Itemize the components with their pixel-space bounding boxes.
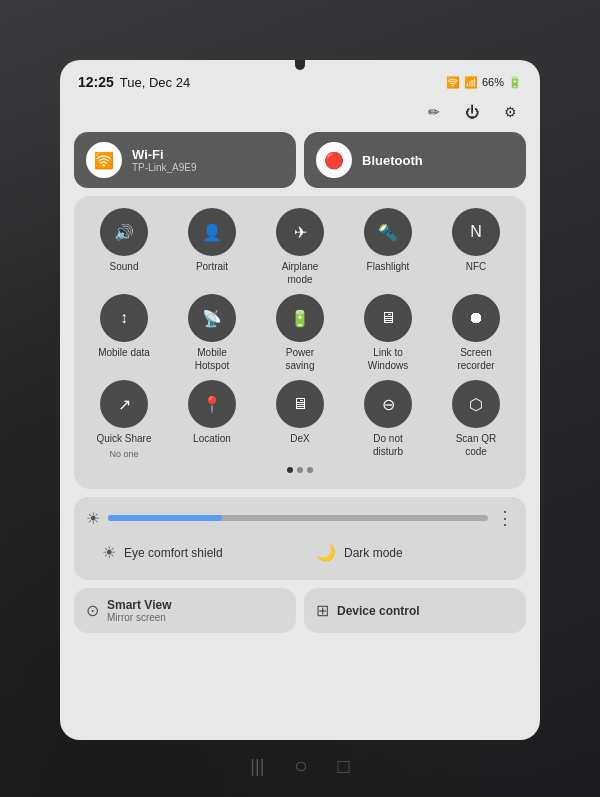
quick-tile-4[interactable]: NNFC	[434, 208, 518, 286]
status-date: Tue, Dec 24	[120, 75, 190, 90]
quick-tile-6[interactable]: 📡Mobile Hotspot	[170, 294, 254, 372]
phone-screen: 12:25 Tue, Dec 24 🛜 📶 66% 🔋 ✏ ⏻ ⚙ 🛜 Wi-F…	[60, 60, 540, 740]
smart-view-icon: ⊙	[86, 601, 99, 620]
bluetooth-text: Bluetooth	[362, 153, 423, 168]
tile-icon-9: ⏺	[452, 294, 500, 342]
dark-mode-icon: 🌙	[316, 543, 336, 562]
smart-view-subtitle: Mirror screen	[107, 612, 171, 623]
device-control-text: Device control	[337, 604, 420, 618]
eye-comfort-tile[interactable]: ☀ Eye comfort shield	[90, 535, 296, 570]
brightness-row: ☀ ⋮	[86, 507, 514, 529]
wifi-subtitle: TP-Link_A9E9	[132, 162, 196, 173]
quick-tile-9[interactable]: ⏺Screen recorder	[434, 294, 518, 372]
tile-label-10: Quick Share	[96, 432, 151, 445]
smart-view-text: Smart View Mirror screen	[107, 598, 171, 623]
eye-comfort-icon: ☀	[102, 543, 116, 562]
grid-items: 🔊Sound👤Portrait✈Airplane mode🔦Flashlight…	[82, 208, 518, 459]
dark-mode-label: Dark mode	[344, 546, 403, 560]
smart-view-title: Smart View	[107, 598, 171, 612]
tile-icon-13: ⊖	[364, 380, 412, 428]
tile-sublabel-10: No one	[109, 449, 138, 459]
device-control-title: Device control	[337, 604, 420, 618]
tile-label-2: Airplane mode	[272, 260, 328, 286]
tile-icon-12: 🖥	[276, 380, 324, 428]
brightness-fill	[108, 515, 222, 521]
tile-icon-3: 🔦	[364, 208, 412, 256]
tile-label-11: Location	[193, 432, 231, 445]
quick-tile-12[interactable]: 🖥DeX	[258, 380, 342, 459]
device-control-tile[interactable]: ⊞ Device control	[304, 588, 526, 633]
status-icons: 🛜 📶 66% 🔋	[446, 76, 522, 89]
quick-tile-14[interactable]: ⬡Scan QR code	[434, 380, 518, 459]
device-control-icon: ⊞	[316, 601, 329, 620]
comfort-row: ☀ Eye comfort shield 🌙 Dark mode	[90, 535, 510, 570]
quick-tile-7[interactable]: 🔋Power saving	[258, 294, 342, 372]
tile-label-1: Portrait	[196, 260, 228, 273]
smart-view-tile[interactable]: ⊙ Smart View Mirror screen	[74, 588, 296, 633]
quick-tile-10[interactable]: ↗Quick ShareNo one	[82, 380, 166, 459]
bluetooth-title: Bluetooth	[362, 153, 423, 168]
action-row: ✏ ⏻ ⚙	[70, 98, 530, 132]
quick-tile-1[interactable]: 👤Portrait	[170, 208, 254, 286]
tile-icon-11: 📍	[188, 380, 236, 428]
wifi-icon: 🛜	[86, 142, 122, 178]
edit-icon[interactable]: ✏	[422, 100, 446, 124]
connectivity-row: 🛜 Wi-Fi TP-Link_A9E9 🔴 Bluetooth	[74, 132, 526, 188]
tile-label-4: NFC	[466, 260, 487, 273]
tile-label-5: Mobile data	[98, 346, 150, 359]
tile-label-14: Scan QR code	[448, 432, 504, 458]
tile-icon-4: N	[452, 208, 500, 256]
signal-icon: 📶	[464, 76, 478, 89]
status-time: 12:25	[78, 74, 114, 90]
quick-tile-2[interactable]: ✈Airplane mode	[258, 208, 342, 286]
dot-1	[287, 467, 293, 473]
dot-3	[307, 467, 313, 473]
power-icon[interactable]: ⏻	[460, 100, 484, 124]
tile-label-12: DeX	[290, 432, 309, 445]
navigation-bar: ||| ○ □	[60, 747, 540, 785]
brightness-icon: ☀	[86, 509, 100, 528]
quick-tile-11[interactable]: 📍Location	[170, 380, 254, 459]
tile-label-6: Mobile Hotspot	[184, 346, 240, 372]
bottom-tiles: ⊙ Smart View Mirror screen ⊞ Device cont…	[74, 588, 526, 633]
tile-icon-14: ⬡	[452, 380, 500, 428]
tile-icon-1: 👤	[188, 208, 236, 256]
nav-home-icon[interactable]: ○	[294, 753, 307, 779]
page-dots	[82, 467, 518, 473]
brightness-container: ☀ ⋮ ☀ Eye comfort shield 🌙 Dark mode	[74, 497, 526, 580]
tile-label-3: Flashlight	[367, 260, 410, 273]
tile-icon-10: ↗	[100, 380, 148, 428]
tile-label-9: Screen recorder	[448, 346, 504, 372]
brightness-bar[interactable]	[108, 515, 488, 521]
nav-recent-icon[interactable]: □	[338, 755, 350, 778]
dot-2	[297, 467, 303, 473]
quick-tile-8[interactable]: 🖥Link to Windows	[346, 294, 430, 372]
tile-icon-6: 📡	[188, 294, 236, 342]
tile-label-0: Sound	[110, 260, 139, 273]
tile-icon-0: 🔊	[100, 208, 148, 256]
bluetooth-tile[interactable]: 🔴 Bluetooth	[304, 132, 526, 188]
wifi-tile[interactable]: 🛜 Wi-Fi TP-Link_A9E9	[74, 132, 296, 188]
quick-tile-5[interactable]: ↕Mobile data	[82, 294, 166, 372]
tile-icon-5: ↕	[100, 294, 148, 342]
notch	[295, 60, 305, 70]
status-bar: 12:25 Tue, Dec 24 🛜 📶 66% 🔋	[70, 70, 530, 98]
battery-icon: 🔋	[508, 76, 522, 89]
wifi-status-icon: 🛜	[446, 76, 460, 89]
brightness-more-icon[interactable]: ⋮	[496, 507, 514, 529]
tile-icon-7: 🔋	[276, 294, 324, 342]
quick-tile-0[interactable]: 🔊Sound	[82, 208, 166, 286]
nav-back-icon[interactable]: |||	[250, 756, 264, 777]
eye-comfort-label: Eye comfort shield	[124, 546, 223, 560]
settings-icon[interactable]: ⚙	[498, 100, 522, 124]
wifi-text: Wi-Fi TP-Link_A9E9	[132, 147, 196, 173]
dark-mode-tile[interactable]: 🌙 Dark mode	[304, 535, 510, 570]
tile-icon-2: ✈	[276, 208, 324, 256]
wifi-title: Wi-Fi	[132, 147, 196, 162]
quick-tile-3[interactable]: 🔦Flashlight	[346, 208, 430, 286]
quick-tile-13[interactable]: ⊖Do not disturb	[346, 380, 430, 459]
tile-label-13: Do not disturb	[360, 432, 416, 458]
tile-label-7: Power saving	[272, 346, 328, 372]
bluetooth-icon: 🔴	[316, 142, 352, 178]
tile-icon-8: 🖥	[364, 294, 412, 342]
